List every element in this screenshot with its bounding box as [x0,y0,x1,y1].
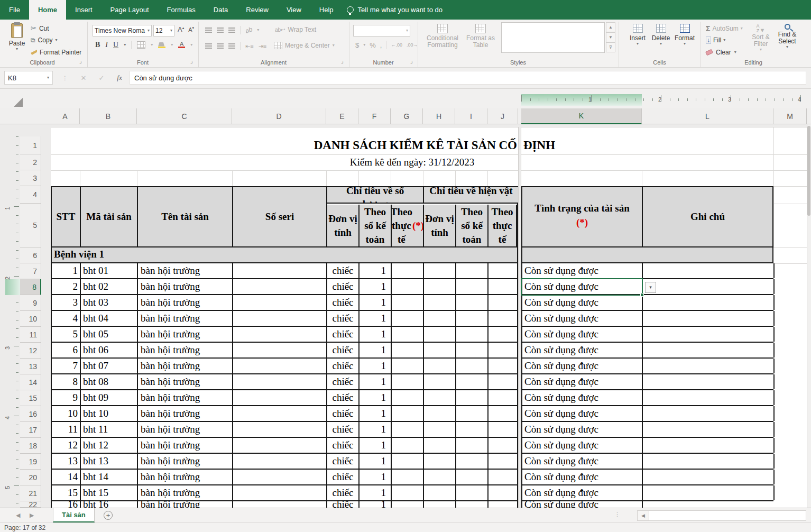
number-format-select[interactable]: ▾ [353,25,410,36]
ribbon-tab-help[interactable]: Help [310,0,343,20]
row-header-10[interactable]: 10 [20,311,41,327]
format-painter-button[interactable]: Format Painter [31,49,81,56]
percent-style-button[interactable]: % [370,41,376,49]
column-header-D[interactable]: D [232,108,326,124]
row-header-6[interactable]: 6 [20,247,41,263]
increase-decimal-button[interactable]: ←.00 [391,42,402,48]
row-header-17[interactable]: 17 [20,422,41,438]
table-row-2[interactable]: Còn sử dụng được [521,454,773,470]
row-header-22[interactable]: 22 [20,501,41,508]
decrease-indent-icon[interactable]: ⇤≡ [245,43,254,50]
formula-enter-button[interactable]: ✓ [95,71,108,85]
fill-handle[interactable] [640,293,644,297]
row-header-5[interactable]: 5 [20,204,41,247]
increase-indent-icon[interactable]: ⇥≡ [259,43,267,50]
table-row[interactable]: 7bht 07bàn hội trườngchiếc1 [51,359,518,374]
sort-filter-button[interactable]: AZ▼ Sort & Filter ▾ [749,24,773,52]
table-row[interactable]: 2bht 02bàn hội trườngchiếc1 [51,279,518,295]
row-header-7[interactable]: 7 [20,263,41,279]
column-header-C[interactable]: C [137,108,232,124]
clipboard-dialog-launcher[interactable]: ⌟ [79,59,85,65]
table-row-2[interactable]: Còn sử dụng được [521,501,773,508]
table-row-2[interactable]: Còn sử dụng được [521,390,773,406]
format-as-table-button[interactable]: Format as Table [464,24,497,49]
clear-button[interactable]: Clear ▾ [706,49,736,56]
merge-center-button[interactable]: Merge & Center ▾ [274,42,335,49]
table-row[interactable]: 16bht 16bàn hội trườngchiếc1 [51,501,518,508]
autosum-button[interactable]: Σ AutoSum ▾ [706,24,743,33]
table-row[interactable]: 4bht 04bàn hội trườngchiếc1 [51,311,518,327]
table-row-2[interactable]: Còn sử dụng được [521,485,773,501]
paste-button[interactable]: Paste ▾ [5,23,29,51]
column-header-A[interactable]: A [51,108,80,124]
table-row[interactable]: 6bht 06bàn hội trườngchiếc1 [51,343,518,359]
tell-me-box[interactable]: Tell me what you want to do [343,0,443,20]
styles-scroll-down-button[interactable]: ▼ [606,32,615,42]
table-row-2[interactable]: Còn sử dụng được [521,327,773,343]
orientation-icon[interactable]: ab [244,25,253,35]
borders-icon[interactable] [137,41,145,49]
table-row[interactable]: 11bht 11bàn hội trườngchiếc1 [51,422,518,438]
row-header-21[interactable]: 21 [20,485,41,501]
row-header-13[interactable]: 13 [20,359,41,374]
column-header-H[interactable]: H [423,108,455,124]
name-box[interactable]: K8 ▾ [4,71,53,85]
wrap-text-button[interactable]: ab↩ Wrap Text [275,26,316,33]
number-dialog-launcher[interactable]: ⌟ [410,59,416,65]
ribbon-tab-insert[interactable]: Insert [66,0,102,20]
row-header-12[interactable]: 12 [20,343,41,359]
ribbon-tab-file[interactable]: File [0,0,29,20]
conditional-formatting-button[interactable]: Conditional Formatting [423,24,462,49]
table-row-2[interactable]: Còn sử dụng được [521,295,773,311]
select-all-triangle[interactable] [14,98,23,107]
alignment-dialog-launcher[interactable]: ⌟ [341,59,347,65]
decrease-decimal-button[interactable]: .00→ [407,42,418,48]
table-row-2[interactable]: Còn sử dụng được [521,470,773,485]
ribbon-tab-review[interactable]: Review [237,0,278,20]
comma-style-button[interactable]: , [380,41,382,49]
row-header-8[interactable]: 8 [20,279,41,295]
table-row-2[interactable]: Còn sử dụng được [521,406,773,422]
accounting-format-button[interactable]: $ [355,41,359,49]
styles-scroll-up-button[interactable]: ▲ [606,22,615,32]
fill-button[interactable]: ↓ Fill ▾ [706,36,725,44]
row-header-20[interactable]: 20 [20,470,41,485]
delete-cells-button[interactable]: Delete ▾ [650,24,672,46]
new-sheet-button[interactable]: + [104,511,113,520]
font-dialog-launcher[interactable]: ⌟ [190,59,196,65]
paste-dropdown-arrow[interactable]: ▾ [5,47,29,51]
column-header-E[interactable]: E [326,108,358,124]
row-header-14[interactable]: 14 [20,374,41,390]
horizontal-scrollbar[interactable]: ◀ [637,510,806,521]
row-header-16[interactable]: 16 [20,406,41,422]
table-row-2[interactable]: Còn sử dụng được [521,422,773,438]
formula-input[interactable]: Còn sử dụng được [130,71,806,85]
column-header-M[interactable]: M [773,108,807,124]
vertical-scrollbar-thumb[interactable] [807,126,810,216]
column-header-F[interactable]: F [358,108,391,124]
table-row-2[interactable]: Còn sử dụng được [521,438,773,454]
font-color-button[interactable]: A [178,42,185,48]
align-middle-icon[interactable] [217,27,224,29]
formula-cancel-button[interactable]: ✕ [77,71,90,85]
hscroll-left-arrow-icon[interactable]: ◀ [638,511,649,520]
table-row[interactable]: 3bht 03bàn hội trườngchiếc1 [51,295,518,311]
font-size-select[interactable]: 12 ▾ [153,25,174,36]
bold-button[interactable]: B [95,41,100,49]
row-header-3[interactable]: 3 [20,170,41,186]
align-left-icon[interactable] [205,43,212,44]
underline-dropdown-arrow[interactable]: ▾ [124,43,126,47]
decrease-font-size-button[interactable]: A▾ [188,26,194,33]
copy-button[interactable]: ⧉ Copy ▾ [31,36,58,44]
column-header-L[interactable]: L [642,108,773,124]
row-header-19[interactable]: 19 [20,454,41,470]
cell-styles-gallery[interactable] [501,22,605,53]
find-select-button[interactable]: Find & Select ▾ [774,24,800,49]
cut-button[interactable]: ✂ Cut [31,24,49,32]
ribbon-tab-view[interactable]: View [278,0,310,20]
table-row[interactable]: 1bht 01bàn hội trườngchiếc1 [51,263,518,279]
formula-bar-splitter[interactable]: ⋮ [62,71,68,85]
fill-color-button[interactable] [158,42,165,48]
ribbon-tab-data[interactable]: Data [205,0,237,20]
align-right-icon[interactable] [228,43,235,44]
